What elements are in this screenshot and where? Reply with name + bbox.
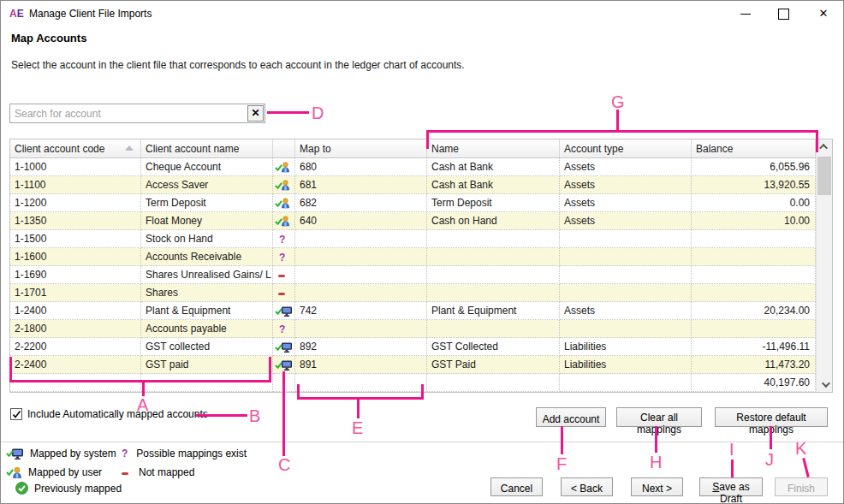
legend-possible-mappings: ? Possible mappings exist <box>122 448 247 460</box>
client-account-name-cell: Float Money <box>141 212 273 230</box>
vertical-scrollbar[interactable] <box>816 139 832 392</box>
map-to-cell[interactable] <box>295 266 427 284</box>
callout-h-line <box>655 426 657 453</box>
balance-cell: 0.00 <box>692 194 816 212</box>
mapped-by-user-icon <box>275 198 290 210</box>
not-mapped-icon <box>122 471 128 475</box>
column-header-account-type[interactable]: Account type <box>560 139 692 157</box>
legend-mapped-by-user: Mapped by user <box>6 466 102 478</box>
table-row[interactable]: 1-1350Float Money640Cash on HandAssets10… <box>10 212 816 230</box>
client-account-name-cell: Stock on Hand <box>141 230 273 248</box>
finish-button[interactable]: Finish <box>775 477 828 496</box>
account-type-cell <box>560 266 692 284</box>
map-to-cell[interactable] <box>295 320 427 338</box>
scrollbar-thumb[interactable] <box>817 157 831 195</box>
not-mapped-icon <box>278 288 285 299</box>
column-header-map-to[interactable]: Map to <box>295 139 427 157</box>
total-balance: 40,197.60 <box>692 374 816 392</box>
legend-not-mapped: Not mapped <box>122 466 194 478</box>
maximize-button[interactable] <box>770 1 799 27</box>
status-cell <box>273 266 295 284</box>
callout-a-line <box>9 357 12 382</box>
mapped-by-user-icon <box>275 180 290 192</box>
account-type-cell: Liabilities <box>560 338 692 356</box>
status-cell <box>273 176 295 194</box>
column-header-status[interactable] <box>273 139 295 157</box>
restore-default-mappings-button[interactable]: Restore default mappings <box>715 407 828 427</box>
back-button[interactable]: < Back <box>561 477 613 496</box>
callout-k-line <box>802 458 809 477</box>
ledger-name-cell: GST Collected <box>427 338 560 356</box>
accounts-grid: Client account code Client account name … <box>9 139 833 393</box>
table-row[interactable]: 1-1701Shares <box>10 284 816 302</box>
chevron-up-icon <box>819 144 828 152</box>
scroll-up-button[interactable] <box>817 139 832 154</box>
table-row[interactable]: 1-1100Access Saver681Cash at BankAssets1… <box>10 176 816 194</box>
balance-cell: 11,473.20 <box>692 356 816 374</box>
status-cell: ? <box>273 230 295 248</box>
ledger-name-cell: Plant & Equipment <box>427 302 560 320</box>
map-to-cell[interactable]: 680 <box>295 158 427 176</box>
table-row[interactable]: 1-1500Stock on Hand? <box>10 230 816 248</box>
table-row[interactable]: 1-2400Plant & Equipment742Plant & Equipm… <box>10 302 816 320</box>
include-auto-mapped-label: Include Automatically mapped accounts <box>27 408 208 420</box>
table-row[interactable]: 2-2400GST paid891GST PaidLiabilities11,4… <box>10 356 816 374</box>
map-to-cell[interactable]: 891 <box>295 356 427 374</box>
column-header-client-account-name[interactable]: Client account name <box>141 139 273 157</box>
close-button[interactable]: ✕ <box>809 1 838 27</box>
map-to-cell[interactable]: 892 <box>295 338 427 356</box>
next-button[interactable]: Next > <box>631 477 683 496</box>
table-row[interactable]: 1-1000Cheque Account680Cash at BankAsset… <box>10 158 816 176</box>
client-account-code-cell: 1-2400 <box>10 302 141 320</box>
close-icon: ✕ <box>809 1 838 27</box>
status-cell <box>273 284 295 302</box>
table-row[interactable]: 1-1600Accounts Receivable? <box>10 248 816 266</box>
sort-ascending-icon <box>125 145 134 151</box>
map-to-cell[interactable] <box>295 248 427 266</box>
column-header-client-account-code[interactable]: Client account code <box>10 139 141 157</box>
ledger-name-cell: Cash at Bank <box>427 176 560 194</box>
ledger-name-cell: Cash at Bank <box>427 158 560 176</box>
search-clear-button[interactable]: ✕ <box>247 105 264 122</box>
question-icon: ? <box>122 448 128 460</box>
table-row[interactable]: 2-1800Accounts payable? <box>10 320 816 338</box>
map-to-cell[interactable] <box>295 284 427 302</box>
map-to-cell[interactable] <box>295 230 427 248</box>
clear-all-mappings-button[interactable]: Clear all mappings <box>616 407 702 427</box>
status-cell <box>273 194 295 212</box>
map-to-cell[interactable]: 681 <box>295 176 427 194</box>
column-header-balance[interactable]: Balance <box>692 139 816 157</box>
search-input[interactable] <box>10 104 247 122</box>
include-auto-mapped-checkbox[interactable] <box>10 408 22 420</box>
client-account-name-cell: Shares Unrealised Gains/ L.. <box>141 266 273 284</box>
table-row[interactable]: 1-1200Term Deposit682Term DepositAssets0… <box>10 194 816 212</box>
cancel-button[interactable]: Cancel <box>490 477 543 496</box>
callout-j-line <box>770 426 772 449</box>
ledger-name-cell <box>427 266 560 284</box>
minimize-button[interactable] <box>731 1 760 27</box>
table-row[interactable]: 1-1690Shares Unrealised Gains/ L.. <box>10 266 816 284</box>
map-to-cell[interactable]: 742 <box>295 302 427 320</box>
manage-client-file-imports-dialog: AE Manage Client File Imports ✕ Map Acco… <box>0 0 844 504</box>
ledger-name-cell <box>427 248 560 266</box>
balance-cell <box>692 320 816 338</box>
grid-header-row: Client account code Client account name … <box>10 139 816 158</box>
column-header-name[interactable]: Name <box>427 139 560 157</box>
callout-e-label: E <box>352 419 363 436</box>
not-mapped-icon <box>278 270 285 282</box>
add-account-button[interactable]: Add account <box>536 407 606 427</box>
balance-cell <box>692 230 816 248</box>
account-type-cell: Assets <box>560 194 692 212</box>
callout-d-line <box>267 111 309 114</box>
scroll-down-button[interactable] <box>817 377 832 392</box>
question-icon: ? <box>279 323 285 335</box>
map-to-cell[interactable]: 682 <box>295 194 427 212</box>
account-type-cell: Liabilities <box>560 356 692 374</box>
client-account-name-cell: Plant & Equipment <box>141 302 273 320</box>
map-to-cell[interactable]: 640 <box>295 212 427 230</box>
table-row[interactable]: 2-2200GST collected892GST CollectedLiabi… <box>10 338 816 356</box>
save-as-draft-button[interactable]: Save as Draft <box>699 477 763 496</box>
ledger-name-cell <box>427 320 560 338</box>
callout-a-line <box>142 380 145 396</box>
status-cell <box>273 338 295 356</box>
